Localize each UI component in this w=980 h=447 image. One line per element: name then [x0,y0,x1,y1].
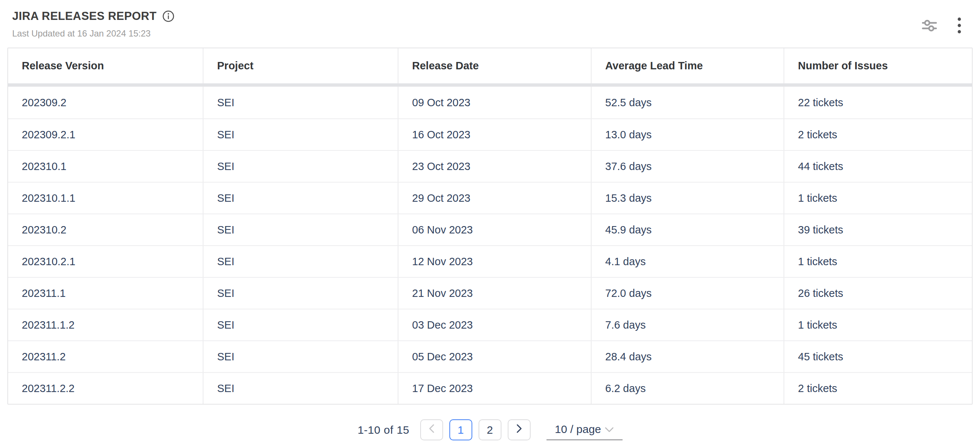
cell-average-lead-time: 13.0 days [592,119,784,150]
page-button-2[interactable]: 2 [479,419,501,441]
cell-release-date: 12 Nov 2023 [398,246,592,277]
cell-number-of-issues: 39 tickets [784,214,972,245]
header-divider-band [8,83,972,87]
prev-page-button[interactable] [420,419,443,441]
table-body: 202309.2 SEI 09 Oct 2023 52.5 days 22 ti… [8,87,972,404]
table-row: 202310.2 SEI 06 Nov 2023 45.9 days 39 ti… [8,214,972,245]
cell-release-version: 202311.1.2 [8,309,204,341]
column-header-release-date: Release Date [398,48,592,83]
cell-release-version: 202310.1 [8,151,204,182]
table-row: 202310.2.1 SEI 12 Nov 2023 4.1 days 1 ti… [8,245,972,277]
table-row: 202309.2.1 SEI 16 Oct 2023 13.0 days 2 t… [8,118,972,150]
releases-table: Release Version Project Release Date Ave… [7,48,973,404]
pagination-bar: 1-10 of 15 1 2 10 / page [0,419,980,441]
cell-release-date: 06 Nov 2023 [398,214,592,245]
table-header-row: Release Version Project Release Date Ave… [8,48,972,83]
cell-project: SEI [204,214,398,245]
cell-release-date: 29 Oct 2023 [398,182,592,214]
info-icon[interactable] [162,10,175,22]
table-row: 202310.1 SEI 23 Oct 2023 37.6 days 44 ti… [8,150,972,182]
pagination-range-text: 1-10 of 15 [358,424,409,436]
cell-average-lead-time: 28.4 days [592,341,784,372]
cell-release-date: 17 Dec 2023 [398,373,592,404]
chevron-left-icon [428,423,435,436]
table-row: 202311.2.2 SEI 17 Dec 2023 6.2 days 2 ti… [8,372,972,404]
cell-release-version: 202311.1 [8,278,204,309]
cell-average-lead-time: 52.5 days [592,87,784,118]
header-actions [920,16,963,35]
kebab-menu-icon[interactable] [956,16,963,35]
cell-number-of-issues: 26 tickets [784,278,972,309]
page-button-1[interactable]: 1 [449,419,472,441]
column-header-average-lead-time: Average Lead Time [592,48,784,83]
page-title: JIRA RELEASES REPORT [12,10,157,23]
next-page-button[interactable] [508,419,531,441]
table-row: 202311.1 SEI 21 Nov 2023 72.0 days 26 ti… [8,277,972,309]
cell-number-of-issues: 22 tickets [784,87,972,118]
page-size-label: 10 / page [555,423,601,436]
cell-project: SEI [204,87,398,118]
cell-release-date: 09 Oct 2023 [398,87,592,118]
table-row: 202311.2 SEI 05 Dec 2023 28.4 days 45 ti… [8,341,972,372]
cell-average-lead-time: 72.0 days [592,278,784,309]
cell-average-lead-time: 6.2 days [592,373,784,404]
cell-release-date: 23 Oct 2023 [398,151,592,182]
chevron-right-icon [516,423,522,436]
cell-release-version: 202310.2 [8,214,204,245]
column-header-number-of-issues: Number of Issues [784,48,972,83]
cell-average-lead-time: 15.3 days [592,182,784,214]
table-row: 202310.1.1 SEI 29 Oct 2023 15.3 days 1 t… [8,182,972,214]
cell-project: SEI [204,341,398,372]
cell-project: SEI [204,309,398,341]
filter-sliders-icon[interactable] [920,17,939,34]
cell-release-version: 202309.2.1 [8,119,204,150]
cell-number-of-issues: 1 tickets [784,309,972,341]
cell-project: SEI [204,151,398,182]
cell-release-date: 16 Oct 2023 [398,119,592,150]
table-row: 202311.1.2 SEI 03 Dec 2023 7.6 days 1 ti… [8,309,972,341]
cell-release-version: 202309.2 [8,87,204,118]
cell-release-version: 202311.2 [8,341,204,372]
table-row: 202309.2 SEI 09 Oct 2023 52.5 days 22 ti… [8,87,972,118]
cell-average-lead-time: 4.1 days [592,246,784,277]
page-size-select[interactable]: 10 / page [547,419,622,441]
cell-release-version: 202311.2.2 [8,373,204,404]
cell-release-date: 21 Nov 2023 [398,278,592,309]
cell-number-of-issues: 45 tickets [784,341,972,372]
cell-average-lead-time: 37.6 days [592,151,784,182]
column-header-release-version: Release Version [8,48,204,83]
cell-number-of-issues: 1 tickets [784,182,972,214]
cell-release-version: 202310.1.1 [8,182,204,214]
cell-number-of-issues: 2 tickets [784,373,972,404]
cell-release-version: 202310.2.1 [8,246,204,277]
report-header: JIRA RELEASES REPORT Last Updated at 16 … [12,10,175,39]
cell-project: SEI [204,246,398,277]
cell-average-lead-time: 7.6 days [592,309,784,341]
cell-release-date: 05 Dec 2023 [398,341,592,372]
cell-release-date: 03 Dec 2023 [398,309,592,341]
last-updated-text: Last Updated at 16 Jan 2024 15:23 [12,29,175,39]
chevron-down-icon [605,423,614,436]
cell-average-lead-time: 45.9 days [592,214,784,245]
cell-number-of-issues: 44 tickets [784,151,972,182]
cell-project: SEI [204,119,398,150]
cell-project: SEI [204,373,398,404]
column-header-project: Project [204,48,398,83]
cell-number-of-issues: 2 tickets [784,119,972,150]
cell-project: SEI [204,278,398,309]
cell-number-of-issues: 1 tickets [784,246,972,277]
cell-project: SEI [204,182,398,214]
